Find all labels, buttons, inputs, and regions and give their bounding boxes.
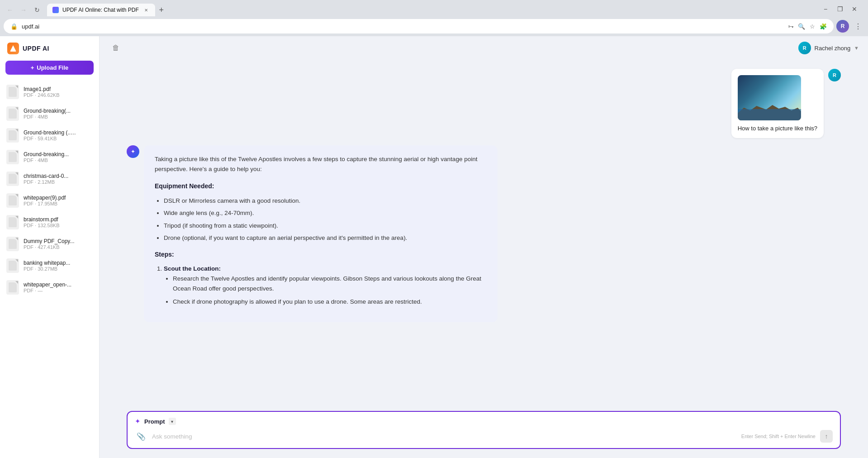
nav-back-button[interactable]: ← [4, 4, 16, 16]
extensions-icon[interactable]: 🧩 [819, 22, 827, 30]
user-name-label: Rachel zhong [815, 45, 851, 52]
file-meta: PDF · 427.41KB [24, 244, 93, 250]
file-list-item[interactable]: Ground-breaking (..… PDF · 59.41KB [0, 124, 99, 146]
prompt-area: ✦ Prompt ▾ 📎 Enter Send; Shift + Enter N… [100, 406, 868, 458]
file-name: Dummy PDF_Copy... [24, 238, 93, 244]
bookmark-icon[interactable]: ☆ [808, 22, 816, 30]
file-icon [6, 280, 19, 295]
file-meta: PDF · 4MB [24, 157, 93, 163]
window-minimize-button[interactable]: − [819, 3, 832, 15]
window-maximize-button[interactable]: ❐ [834, 3, 846, 15]
browser-chrome: ← → ↻ UPDF AI Online: Chat with PDF ✕ + … [0, 0, 868, 36]
file-name: whitepaper(9).pdf [24, 195, 93, 201]
file-list-item[interactable]: Dummy PDF_Copy... PDF · 427.41KB [0, 233, 99, 255]
prompt-input[interactable] [152, 433, 737, 440]
upload-plus-icon: + [31, 64, 34, 71]
file-meta: PDF · 132.58KB [24, 223, 93, 228]
file-icon [6, 172, 19, 186]
search-icon[interactable]: 🔍 [797, 22, 806, 30]
step-bullet: Check if drone photography is allowed if… [173, 297, 487, 307]
updf-logo-icon [7, 43, 19, 54]
tab-close-button[interactable]: ✕ [142, 6, 150, 14]
file-list-item[interactable]: christmas-card-0... PDF · 2.12MB [0, 168, 99, 190]
password-icon[interactable]: 🗝 [787, 22, 795, 30]
send-icon: ↑ [825, 433, 828, 440]
file-icon [6, 258, 19, 273]
ai-message: ✦ Taking a picture like this of the Twel… [127, 145, 498, 322]
file-icon [6, 128, 19, 143]
chat-toolbar: 🗑 R Rachel zhong ▼ [100, 36, 868, 60]
file-info: christmas-card-0... PDF · 2.12MB [24, 173, 93, 185]
file-name: christmas-card-0... [24, 173, 93, 179]
tab-favicon [52, 7, 59, 13]
address-bar-row: 🔒 updf.ai 🗝 🔍 ☆ 🧩 R ⋮ [0, 17, 868, 36]
file-info: Ground-breaking(... PDF · 4MB [24, 108, 93, 119]
sidebar-header: UPDF AI [0, 36, 99, 59]
file-list-item[interactable]: Image1.pdf PDF · 246.62KB [0, 81, 99, 103]
new-tab-button[interactable]: + [155, 4, 168, 16]
sidebar-brand-label: UPDF AI [23, 45, 49, 52]
url-display: updf.ai [22, 23, 783, 30]
file-info: Ground-breaking... PDF · 4MB [24, 151, 93, 163]
window-controls: − ❐ ✕ [819, 3, 861, 15]
message-image [738, 75, 801, 120]
equipment-item: Tripod (if shooting from a static viewpo… [164, 221, 487, 231]
profile-button[interactable]: R [836, 20, 849, 33]
image-water [738, 109, 801, 120]
prompt-dropdown-button[interactable]: ▾ [169, 418, 176, 425]
file-list-item[interactable]: banking whitepap... PDF · 30.27MB [0, 255, 99, 277]
file-name: whitepaper_open-... [24, 281, 93, 288]
ai-steps-list: Scout the Location:Research the Twelve A… [155, 264, 487, 306]
prompt-header: ✦ Prompt ▾ [135, 417, 833, 425]
user-avatar: R [798, 42, 811, 54]
file-list-item[interactable]: brainstorm.pdf PDF · 132.58KB [0, 211, 99, 233]
user-dropdown-icon[interactable]: ▼ [854, 45, 859, 51]
file-name: Ground-breaking(... [24, 108, 93, 114]
prompt-box: ✦ Prompt ▾ 📎 Enter Send; Shift + Enter N… [127, 411, 841, 449]
address-bar[interactable]: 🔒 updf.ai 🗝 🔍 ☆ 🧩 [4, 19, 834, 33]
tab-bar: ← → ↻ UPDF AI Online: Chat with PDF ✕ + … [0, 0, 868, 17]
chat-area: How to take a picture like this? R ✦ Tak… [100, 60, 868, 406]
active-tab[interactable]: UPDF AI Online: Chat with PDF ✕ [47, 4, 155, 16]
clear-chat-button[interactable]: 🗑 [109, 41, 123, 55]
ai-intro-text: Taking a picture like this of the Twelve… [155, 154, 487, 174]
nav-forward-button[interactable]: → [17, 4, 30, 16]
file-list-item[interactable]: Ground-breaking... PDF · 4MB [0, 146, 99, 168]
main-content: 🗑 R Rachel zhong ▼ How to take a picture… [100, 36, 868, 458]
user-message-bubble: How to take a picture like this? [731, 69, 824, 138]
browser-menu-button[interactable]: ⋮ [852, 20, 864, 33]
ai-message-bubble: Taking a picture like this of the Twelve… [144, 145, 498, 322]
window-close-button[interactable]: ✕ [848, 3, 861, 15]
file-name: Ground-breaking... [24, 151, 93, 157]
file-meta: PDF · 2.12MB [24, 179, 93, 185]
file-info: Dummy PDF_Copy... PDF · 427.41KB [24, 238, 93, 250]
upload-file-button[interactable]: + Upload File [5, 61, 94, 75]
file-info: whitepaper_open-... PDF · — [24, 281, 93, 293]
file-icon [6, 215, 19, 229]
address-bar-icons: 🗝 🔍 ☆ 🧩 [787, 22, 827, 30]
send-button[interactable]: ↑ [820, 430, 833, 443]
file-list: Image1.pdf PDF · 246.62KB Ground-breakin… [0, 79, 99, 458]
file-meta: PDF · — [24, 288, 93, 293]
attach-icon: 📎 [137, 432, 146, 441]
user-message: How to take a picture like this? R [127, 69, 841, 138]
file-icon [6, 237, 19, 251]
nav-controls: ← → ↻ [4, 4, 43, 16]
step-item: Scout the Location:Research the Twelve A… [164, 264, 487, 306]
file-info: Image1.pdf PDF · 246.62KB [24, 86, 93, 98]
file-list-item[interactable]: whitepaper(9).pdf PDF · 17.95MB [0, 190, 99, 211]
ai-avatar: ✦ [127, 145, 139, 158]
file-meta: PDF · 59.41KB [24, 136, 93, 141]
file-list-item[interactable]: Ground-breaking(... PDF · 4MB [0, 103, 99, 124]
file-list-item[interactable]: whitepaper_open-... PDF · — [0, 277, 99, 298]
file-name: banking whitepap... [24, 260, 93, 266]
upload-label: Upload File [37, 64, 68, 71]
attach-button[interactable]: 📎 [135, 430, 147, 443]
tab-title: UPDF AI Online: Chat with PDF [62, 7, 139, 13]
file-icon [6, 85, 19, 99]
file-info: Ground-breaking (..… PDF · 59.41KB [24, 129, 93, 141]
file-icon [6, 150, 19, 164]
nav-refresh-button[interactable]: ↻ [31, 4, 43, 16]
file-meta: PDF · 4MB [24, 114, 93, 119]
user-message-text: How to take a picture like this? [738, 125, 817, 132]
